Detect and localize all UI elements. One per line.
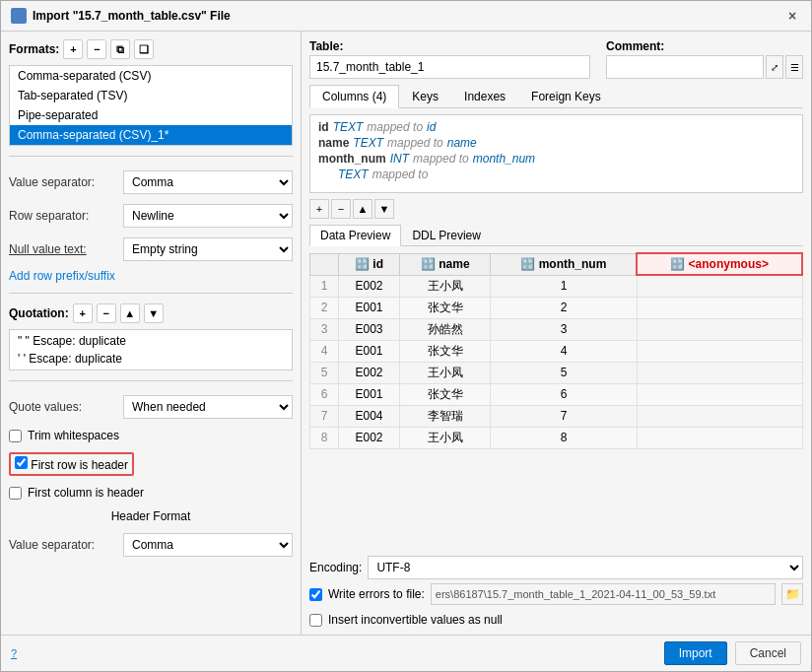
cell-anonymous [637,318,802,340]
table-name-input[interactable] [309,55,590,79]
preview-tab-ddl[interactable]: DDL Preview [401,225,492,245]
insert-null-row: Insert inconvertible values as null [309,613,803,627]
quotation-header: Quotation: + − ▲ ▼ [9,303,293,323]
value-separator-select[interactable]: Comma [123,170,293,194]
row-num: 2 [310,297,339,318]
quote-values-row: Quote values: When needed [9,395,293,419]
format-csv[interactable]: Comma-separated (CSV) [10,66,292,86]
col-add-btn[interactable]: + [309,199,329,219]
col-remove-btn[interactable]: − [331,199,351,219]
col-header-anonymous[interactable]: 🔡 <anonymous> [637,253,802,275]
cell-id: E001 [339,340,400,362]
comment-expand-btn[interactable]: ⤢ [766,55,783,79]
tab-indexes[interactable]: Indexes [451,85,518,107]
row-separator-label: Row separator: [9,209,117,223]
cell-month-num: 8 [491,427,637,448]
comment-action-btn[interactable]: ☰ [785,55,803,79]
trim-whitespaces-row: Trim whitespaces [9,429,293,442]
write-errors-checkbox[interactable] [309,588,322,601]
comment-label: Comment: [606,39,803,53]
null-value-label: Null value text: [9,242,117,256]
cell-name: 孙皓然 [399,318,490,340]
quotation-up-btn[interactable]: ▲ [120,303,140,323]
col-header-name[interactable]: 🔡 name [399,253,490,275]
right-top: Table: Comment: ⤢ ☰ [309,39,803,79]
row-separator-select[interactable]: Newline [123,204,293,228]
insert-null-label: Insert inconvertible values as null [328,613,503,627]
comment-input[interactable] [606,55,764,79]
first-col-header-checkbox[interactable] [9,487,22,500]
row-num: 3 [310,318,339,340]
encoding-select[interactable]: UTF-8 [368,556,803,579]
insert-null-checkbox[interactable] [309,614,322,627]
formats-copy-btn[interactable]: ⧉ [110,39,130,59]
write-errors-path-input[interactable] [431,583,776,605]
preview-tab-data[interactable]: Data Preview [309,225,401,246]
col-extra-mapped: mapped to [372,168,429,181]
quotation-item-2[interactable]: ' ' Escape: duplicate [10,350,292,368]
right-panel: Table: Comment: ⤢ ☰ Columns (4) Keys Ind… [302,32,811,635]
first-row-header-row: First row is header [9,452,293,476]
cell-id: E002 [339,275,400,297]
format-csv1[interactable]: Comma-separated (CSV)_1* [10,125,292,145]
col-name-name: name [318,136,349,150]
tab-keys[interactable]: Keys [399,85,451,107]
tab-foreign-keys[interactable]: Foreign Keys [518,85,614,107]
columns-content: id TEXT mapped to id name TEXT mapped to… [309,114,803,193]
help-icon[interactable]: ? [11,647,17,659]
cell-month-num: 6 [491,383,637,405]
encoding-row: Encoding: UTF-8 [309,556,803,579]
write-errors-label: Write errors to file: [328,587,425,601]
left-panel: Formats: + − ⧉ ❑ Comma-separated (CSV) T… [1,32,302,635]
value-separator-label: Value separator: [9,175,117,189]
quotation-down-btn[interactable]: ▼ [144,303,164,323]
close-button[interactable]: × [783,7,801,25]
table-row: 2 E001 张文华 2 [310,297,803,318]
col-header-month-num[interactable]: 🔡 month_num [491,253,637,275]
col-name-type: TEXT [353,136,383,150]
row-separator-row: Row separator: Newline [9,204,293,228]
cell-anonymous [637,275,802,297]
quotation-item-1[interactable]: " " Escape: duplicate [10,332,292,350]
format-pipe[interactable]: Pipe-separated [10,105,292,125]
col-header-id[interactable]: 🔡 id [339,253,400,275]
table-row: 6 E001 张文华 6 [310,383,803,405]
col-monthnum-mapped-val: month_num [473,152,535,166]
cell-name: 王小凤 [399,275,490,297]
formats-label: Formats: [9,42,59,56]
first-row-header-checkbox[interactable] [15,456,28,469]
cell-month-num: 4 [491,340,637,362]
write-errors-browse-btn[interactable]: 📁 [781,583,803,605]
cell-name: 张文华 [399,340,490,362]
trim-whitespaces-checkbox[interactable] [9,430,22,442]
add-row-prefix-link[interactable]: Add row prefix/suffix [9,269,293,283]
quote-values-select[interactable]: When needed [123,395,293,419]
row-num: 5 [310,362,339,383]
column-row-id: id TEXT mapped to id [318,119,794,135]
format-tsv[interactable]: Tab-separated (TSV) [10,86,292,105]
value-separator-row: Value separator: Comma [9,170,293,194]
write-errors-row: Write errors to file: 📁 [309,583,803,605]
cell-month-num: 1 [491,275,637,297]
columns-tabs-bar: Columns (4) Keys Indexes Foreign Keys [309,85,803,108]
cell-id: E001 [339,297,400,318]
formats-add-btn[interactable]: + [63,39,83,59]
cell-month-num: 7 [491,405,637,427]
dialog-title: Import "15.7_month_table.csv" File [33,9,231,23]
formats-paste-btn[interactable]: ❑ [134,39,154,59]
quotation-remove-btn[interactable]: − [97,303,116,323]
col-up-btn[interactable]: ▲ [353,199,372,219]
col-down-btn[interactable]: ▼ [374,199,394,219]
cell-id: E002 [339,362,400,383]
table-row: 4 E001 张文华 4 [310,340,803,362]
tab-columns[interactable]: Columns (4) [309,85,399,108]
cancel-button[interactable]: Cancel [735,641,801,665]
value-sep2-select[interactable]: Comma [123,533,293,557]
comment-section: Comment: ⤢ ☰ [606,39,803,79]
import-button[interactable]: Import [664,641,727,665]
null-value-select[interactable]: Empty string [123,237,293,261]
row-num: 1 [310,275,339,297]
formats-remove-btn[interactable]: − [87,39,106,59]
row-num: 4 [310,340,339,362]
quotation-add-btn[interactable]: + [73,303,93,323]
